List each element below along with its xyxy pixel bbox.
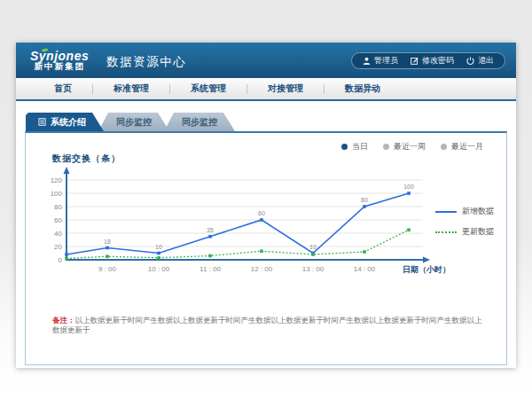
change-password-button[interactable]: 修改密码 bbox=[411, 55, 454, 66]
radio-selected-icon bbox=[341, 144, 348, 150]
power-icon bbox=[466, 57, 474, 65]
content-area: 系统介绍 同步监控 同步监控 当日 最近一周 bbox=[16, 101, 516, 366]
change-password-label: 修改密码 bbox=[422, 55, 454, 66]
tab-system-intro[interactable]: 系统介绍 bbox=[26, 113, 104, 131]
legend-item-new-data[interactable]: 新增数据 bbox=[435, 206, 494, 217]
radio-unselected-icon bbox=[383, 144, 389, 150]
user-menu: 管理员 修改密码 退出 bbox=[351, 52, 505, 69]
svg-text:18: 18 bbox=[104, 239, 111, 245]
tab-label: 同步监控 bbox=[116, 113, 152, 131]
svg-text:100: 100 bbox=[403, 184, 414, 190]
svg-text:120: 120 bbox=[51, 176, 63, 184]
line-chart: 0204060801001209 : 0010 : 0011 : 0012 : … bbox=[40, 167, 452, 290]
dotted-line-icon bbox=[435, 231, 457, 233]
nav-item-standards[interactable]: 标准管理 bbox=[93, 82, 169, 95]
logo-text-cn: 新中新集团 bbox=[34, 62, 85, 71]
filter-today[interactable]: 当日 bbox=[341, 141, 368, 153]
main-navigation: 首页 标准管理 系统管理 对接管理 数据异动 bbox=[16, 78, 516, 101]
time-range-filter: 当日 最近一周 最近一月 bbox=[341, 141, 483, 153]
svg-text:13 : 00: 13 : 00 bbox=[302, 265, 325, 273]
svg-text:10 : 00: 10 : 00 bbox=[148, 265, 170, 273]
svg-text:60: 60 bbox=[258, 210, 265, 216]
nav-item-system[interactable]: 系统管理 bbox=[170, 82, 246, 95]
tab-label: 同步监控 bbox=[182, 113, 217, 131]
tab-bar: 系统介绍 同步监控 同步监控 bbox=[26, 113, 235, 131]
svg-text:10: 10 bbox=[309, 244, 317, 250]
svg-text:12 : 00: 12 : 00 bbox=[251, 265, 273, 273]
footnote-prefix: 备注： bbox=[52, 316, 75, 325]
chart-y-axis-title: 数据交换（条） bbox=[52, 153, 121, 165]
footnote-text: 以上数据更新于时间产生数据以上数据更新于时间产生数据以上数据更新于时间产生数据以… bbox=[52, 316, 482, 334]
tab-label: 系统介绍 bbox=[51, 113, 86, 131]
svg-text:日期（小时）: 日期（小时） bbox=[403, 265, 450, 274]
app-header: Synjones 新中新集团 数据资源中心 管理员 修改密码 退出 bbox=[16, 43, 516, 78]
svg-text:9 : 00: 9 : 00 bbox=[98, 265, 117, 273]
main-window: Synjones 新中新集团 数据资源中心 管理员 修改密码 退出 首页 标准管… bbox=[16, 43, 516, 368]
svg-text:0: 0 bbox=[59, 256, 63, 264]
logo-text-en: Synjones bbox=[30, 50, 89, 63]
company-logo[interactable]: Synjones 新中新集团 bbox=[30, 50, 89, 72]
legend-label: 更新数据 bbox=[462, 226, 494, 238]
footnote: 备注：以上数据更新于时间产生数据以上数据更新于时间产生数据以上数据更新于时间产生… bbox=[52, 316, 487, 335]
radio-unselected-icon bbox=[441, 144, 447, 150]
nav-item-data-change[interactable]: 数据异动 bbox=[325, 82, 401, 95]
svg-text:35: 35 bbox=[207, 227, 214, 233]
current-user-button[interactable]: 管理员 bbox=[363, 55, 398, 66]
chart-legend: 新增数据 更新数据 bbox=[435, 206, 494, 238]
tab-sync-monitor-1[interactable]: 同步监控 bbox=[98, 113, 169, 131]
svg-text:40: 40 bbox=[54, 230, 62, 238]
svg-text:14 : 00: 14 : 00 bbox=[354, 265, 376, 273]
svg-text:80: 80 bbox=[54, 203, 62, 211]
document-icon bbox=[38, 118, 46, 126]
legend-label: 新增数据 bbox=[462, 206, 494, 217]
tab-sync-monitor-2[interactable]: 同步监控 bbox=[164, 113, 235, 131]
solid-line-icon bbox=[435, 211, 457, 213]
legend-item-update-data[interactable]: 更新数据 bbox=[435, 226, 494, 238]
svg-text:20: 20 bbox=[54, 243, 62, 251]
filter-label: 最近一月 bbox=[451, 141, 483, 153]
svg-text:10: 10 bbox=[155, 244, 162, 250]
logout-label: 退出 bbox=[478, 55, 494, 66]
current-user-label: 管理员 bbox=[374, 55, 398, 66]
page-title: 数据资源中心 bbox=[106, 54, 186, 70]
filter-last-month[interactable]: 最近一月 bbox=[441, 141, 483, 153]
edit-pencil-icon bbox=[411, 57, 419, 65]
filter-label: 最近一周 bbox=[394, 141, 426, 153]
nav-item-integration[interactable]: 对接管理 bbox=[247, 82, 324, 95]
svg-text:11 : 00: 11 : 00 bbox=[200, 265, 221, 273]
user-icon bbox=[363, 57, 371, 65]
filter-label: 当日 bbox=[352, 141, 368, 153]
svg-text:60: 60 bbox=[54, 216, 62, 224]
filter-last-week[interactable]: 最近一周 bbox=[383, 141, 426, 153]
chart-canvas: 0204060801001209 : 0010 : 0011 : 0012 : … bbox=[40, 167, 452, 286]
svg-text:80: 80 bbox=[361, 197, 368, 203]
chart-panel: 当日 最近一周 最近一月 数据交换（条） 0204060801001209 : … bbox=[25, 131, 507, 365]
nav-item-home[interactable]: 首页 bbox=[34, 82, 92, 95]
svg-text:100: 100 bbox=[51, 190, 63, 198]
logout-button[interactable]: 退出 bbox=[466, 55, 494, 66]
